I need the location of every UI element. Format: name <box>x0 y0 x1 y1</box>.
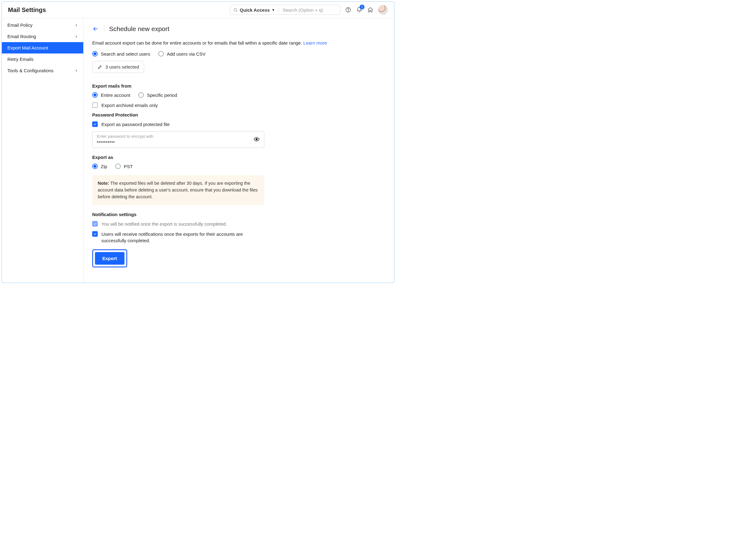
checkbox-icon <box>92 221 98 227</box>
password-field-label: Enter password to encrypt with <box>97 134 253 139</box>
radio-search-users[interactable]: Search and select users <box>92 51 150 57</box>
radio-label: PST <box>124 164 133 169</box>
sidebar-item-label: Tools & Configurations <box>7 68 54 73</box>
radio-dot-icon <box>115 164 121 169</box>
topbar: Mail Settings Quick Access ▼ Search (Opt… <box>2 2 394 18</box>
radio-dot-icon <box>92 51 98 57</box>
password-masked-value: •••••••••• <box>97 140 253 145</box>
svg-point-0 <box>234 8 237 11</box>
notifications-icon[interactable]: 1 <box>356 6 363 13</box>
checkbox-icon <box>92 231 98 237</box>
checkbox-icon <box>92 102 98 108</box>
checkbox-notify-self: You will be notified once the export is … <box>92 221 385 227</box>
radio-label: Search and select users <box>101 51 150 57</box>
radio-label: Entire account <box>101 93 130 98</box>
users-selected-label: 3 users selected <box>106 64 139 70</box>
sidebar-item-tools-config[interactable]: Tools & Configurations <box>2 65 83 76</box>
radio-label: Add users via CSV <box>167 51 205 57</box>
sidebar-item-email-routing[interactable]: Email Routing <box>2 31 83 42</box>
page-title: Schedule new export <box>109 25 169 33</box>
sidebar-item-email-policy[interactable]: Email Policy <box>2 19 83 31</box>
pencil-icon <box>98 65 102 70</box>
note-body: The exported files will be deleted after… <box>98 181 257 199</box>
page-description: Email account export can be done for ent… <box>92 40 385 46</box>
chevron-right-icon <box>75 35 78 38</box>
radio-label: Zip <box>101 164 107 169</box>
quick-access-search[interactable]: Quick Access ▼ Search (Option + q) <box>230 5 340 15</box>
sidebar-item-label: Email Routing <box>7 34 36 39</box>
radio-dot-icon <box>92 164 98 169</box>
checkbox-password-protect[interactable]: Export as password protected file <box>92 121 385 128</box>
users-selected-button[interactable]: 3 users selected <box>92 61 144 73</box>
search-icon <box>233 8 238 12</box>
export-button[interactable]: Export <box>95 252 125 265</box>
body: Email Policy Email Routing Export Mail A… <box>2 18 394 282</box>
caret-down-icon: ▼ <box>272 8 275 12</box>
checkbox-archived-only[interactable]: Export archived emails only <box>92 102 385 109</box>
checkbox-label: You will be notified once the export is … <box>102 221 227 227</box>
chevron-right-icon <box>75 69 78 72</box>
radio-dot-icon <box>92 92 98 98</box>
home-icon[interactable] <box>367 6 374 13</box>
sidebar-item-label: Email Policy <box>7 22 33 28</box>
radio-pst[interactable]: PST <box>115 164 133 169</box>
radio-zip[interactable]: Zip <box>92 164 107 169</box>
radio-label: Specific period <box>147 93 177 98</box>
learn-more-link[interactable]: Learn more <box>303 40 327 46</box>
page-heading: Mail Settings <box>8 6 46 14</box>
search-placeholder: Search (Option + q) <box>283 7 337 13</box>
checkbox-label: Users will receive notifications once th… <box>102 231 264 244</box>
notification-badge: 1 <box>360 5 364 10</box>
radio-specific-period[interactable]: Specific period <box>138 92 177 98</box>
radio-entire-account[interactable]: Entire account <box>92 92 130 98</box>
password-input[interactable]: Enter password to encrypt with •••••••••… <box>92 131 264 148</box>
app-window: Mail Settings Quick Access ▼ Search (Opt… <box>1 1 395 283</box>
sidebar-item-label: Retry Emails <box>7 57 34 62</box>
export-from-group: Entire account Specific period <box>92 92 385 98</box>
svg-point-4 <box>256 139 257 140</box>
section-notifications: Notification settings <box>92 212 385 217</box>
main-content: Schedule new export Email account export… <box>84 18 394 282</box>
sidebar-item-export-mail[interactable]: Export Mail Account <box>2 42 83 54</box>
chevron-right-icon <box>75 24 78 27</box>
checkbox-notify-users[interactable]: Users will receive notifications once th… <box>92 231 264 244</box>
radio-dot-icon <box>138 92 144 98</box>
eye-icon[interactable] <box>253 136 260 142</box>
note-prefix: Note: <box>98 181 109 186</box>
section-export-from: Export mails from <box>92 83 385 89</box>
back-button[interactable] <box>92 26 99 32</box>
help-icon[interactable] <box>345 6 352 13</box>
checkbox-label: Export as password protected file <box>102 121 170 128</box>
export-button-highlight: Export <box>92 249 127 268</box>
divider <box>104 25 104 33</box>
export-as-group: Zip PST <box>92 164 385 169</box>
sidebar-item-label: Export Mail Account <box>7 45 48 50</box>
radio-dot-icon <box>158 51 164 57</box>
user-mode-group: Search and select users Add users via CS… <box>92 51 385 57</box>
radio-csv-users[interactable]: Add users via CSV <box>158 51 205 57</box>
svg-line-1 <box>236 11 237 12</box>
sidebar-item-retry-emails[interactable]: Retry Emails <box>2 54 83 65</box>
section-password: Password Protection <box>92 112 385 117</box>
divider <box>279 7 279 13</box>
quick-access-label: Quick Access <box>240 7 270 13</box>
page-header: Schedule new export <box>92 25 385 33</box>
note-box: Note: The exported files will be deleted… <box>92 175 264 205</box>
sidebar: Email Policy Email Routing Export Mail A… <box>2 18 84 282</box>
avatar[interactable] <box>378 5 388 15</box>
checkbox-icon <box>92 121 98 127</box>
checkbox-label: Export archived emails only <box>102 102 158 109</box>
section-export-as: Export as <box>92 155 385 160</box>
